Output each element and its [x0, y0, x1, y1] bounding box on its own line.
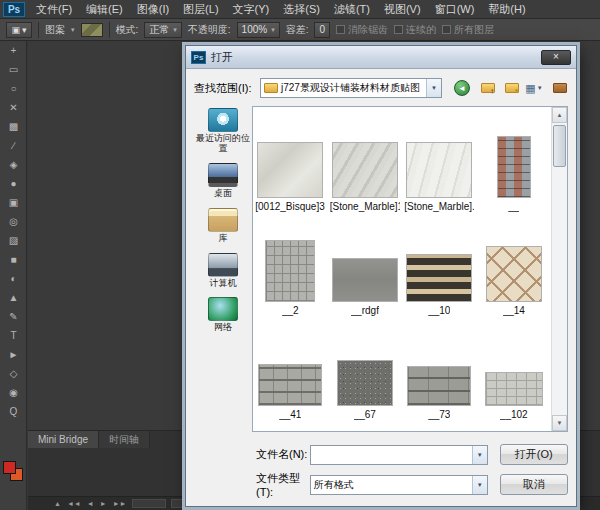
menu-help[interactable]: 帮助(H)	[481, 0, 532, 19]
all-layers-checkbox[interactable]: 所有图层	[442, 23, 494, 37]
opacity-dropdown[interactable]: 100% ▾	[237, 22, 280, 38]
opacity-label: 不透明度:	[188, 23, 231, 37]
tool-preset-picker[interactable]: ▣▾	[6, 22, 32, 38]
look-in-dropdown[interactable]: j727景观设计铺装材料材质贴图 ▼	[260, 78, 442, 98]
file-item[interactable]: __41	[253, 318, 328, 422]
foreground-color-swatch[interactable]	[3, 461, 16, 474]
file-item[interactable]: [Stone_Marble]1	[328, 110, 403, 214]
scroll-up-button[interactable]: ▲	[552, 107, 567, 123]
place-network[interactable]: 网络	[195, 297, 251, 333]
tool-gradient[interactable]: ■	[0, 250, 27, 269]
new-folder-button[interactable]: *	[500, 79, 520, 98]
scroll-down-button[interactable]: ▼	[552, 415, 567, 431]
menu-type[interactable]: 文字(Y)	[226, 0, 277, 19]
contiguous-checkbox[interactable]: 连续的	[394, 23, 436, 37]
tool-shape[interactable]: ◇	[0, 364, 27, 383]
timeline-prev-frame-icon[interactable]: ◄	[87, 500, 94, 507]
file-item[interactable]: __102	[477, 318, 552, 422]
chevron-down-icon: ▾	[271, 26, 275, 34]
menu-layer[interactable]: 图层(L)	[176, 0, 225, 19]
tool-eraser[interactable]: ▨	[0, 231, 27, 250]
chevron-down-icon[interactable]: ▼	[426, 79, 441, 97]
file-name-label: [0012_Bisque]3...	[255, 201, 325, 212]
menu-select[interactable]: 选择(S)	[276, 0, 327, 19]
file-name-label: __14	[503, 305, 525, 316]
scroll-up-icon: ▲	[557, 112, 563, 118]
tool-blur[interactable]: ◐	[0, 269, 27, 288]
pattern-swatch[interactable]	[81, 23, 103, 37]
tool-pen[interactable]: ✎	[0, 307, 27, 326]
mode-value: 正常	[149, 23, 169, 37]
menu-window[interactable]: 窗口(W)	[428, 0, 482, 19]
file-item[interactable]: __14	[477, 214, 552, 318]
file-item[interactable]: [Stone_Marble]...	[402, 110, 477, 214]
file-item[interactable]: [0012_Bisque]3...	[253, 110, 328, 214]
tab-timeline[interactable]: 时间轴	[99, 431, 150, 448]
timeline-option-box[interactable]	[132, 499, 166, 508]
mode-dropdown[interactable]: 正常 ▾	[144, 22, 182, 38]
timeline-go-first-icon[interactable]: ◄◄	[67, 500, 81, 507]
open-button[interactable]: 打开(O)	[500, 444, 568, 465]
file-item[interactable]: __10	[402, 214, 477, 318]
tool-clone-stamp[interactable]: ▣	[0, 193, 27, 212]
file-name-label: __2	[282, 305, 299, 316]
tool-healing-brush[interactable]: ◈	[0, 155, 27, 174]
divider	[109, 22, 110, 38]
scrollbar-thumb[interactable]	[553, 125, 566, 167]
file-item[interactable]: __rdgf	[328, 214, 403, 318]
menu-bar: Ps 文件(F)编辑(E)图像(I)图层(L)文字(Y)选择(S)滤镜(T)视图…	[0, 0, 600, 19]
place-computer[interactable]: 计算机	[195, 253, 251, 289]
place-recent[interactable]: 最近访问的位置	[195, 108, 251, 154]
back-button[interactable]: ◄	[452, 79, 472, 98]
tolerance-field[interactable]: 0	[314, 22, 330, 38]
recent-folders-button[interactable]	[548, 79, 568, 98]
vertical-scrollbar[interactable]: ▲ ▼	[551, 107, 567, 431]
tool-move[interactable]: +	[0, 41, 27, 60]
file-item[interactable]: __2	[253, 214, 328, 318]
path-select-icon: ►	[9, 349, 19, 360]
crop-icon: ▩	[9, 121, 18, 132]
tool-eyedropper[interactable]: ∕	[0, 136, 27, 155]
tool-lasso[interactable]: ○	[0, 79, 27, 98]
tool-zoom[interactable]: Q	[0, 402, 27, 421]
menu-file[interactable]: 文件(F)	[29, 0, 79, 19]
photoshop-icon: Ps	[191, 51, 206, 64]
chevron-down-icon[interactable]: ▼	[472, 446, 487, 464]
place-libraries[interactable]: 库	[195, 208, 251, 244]
back-icon: ◄	[454, 80, 470, 96]
up-one-level-button[interactable]: ↑	[476, 79, 496, 98]
tool-hand[interactable]: ◉	[0, 383, 27, 402]
timeline-next-frame-icon[interactable]: ►►	[113, 500, 127, 507]
tool-type[interactable]: T	[0, 326, 27, 345]
antialias-checkbox[interactable]: 消除锯齿	[336, 23, 388, 37]
eyedropper-icon: ∕	[13, 140, 15, 151]
network-icon	[208, 297, 238, 321]
tool-dodge[interactable]: ▲	[0, 288, 27, 307]
menu-view[interactable]: 视图(V)	[377, 0, 428, 19]
tool-path-select[interactable]: ►	[0, 345, 27, 364]
file-thumbnail	[406, 142, 472, 198]
tool-quick-select[interactable]: ✕	[0, 98, 27, 117]
cancel-button[interactable]: 取消	[500, 474, 568, 495]
tool-brush[interactable]: ●	[0, 174, 27, 193]
tab-mini-bridge[interactable]: Mini Bridge	[28, 431, 99, 448]
view-menu-button[interactable]: ▦ ▼	[524, 79, 544, 98]
file-type-dropdown[interactable]: 所有格式 ▼	[310, 475, 488, 495]
close-button[interactable]: ×	[541, 50, 571, 65]
file-item[interactable]: __67	[328, 318, 403, 422]
timeline-play-icon[interactable]: ►	[100, 500, 107, 507]
file-item[interactable]: __	[477, 110, 552, 214]
menu-image[interactable]: 图像(I)	[130, 0, 176, 19]
tool-crop[interactable]: ▩	[0, 117, 27, 136]
tool-marquee[interactable]: ▭	[0, 60, 27, 79]
place-desktop[interactable]: 桌面	[195, 163, 251, 199]
menu-edit[interactable]: 编辑(E)	[79, 0, 130, 19]
file-item[interactable]: __73	[402, 318, 477, 422]
chevron-down-icon: ▼	[472, 476, 487, 494]
tool-history-brush[interactable]: ◎	[0, 212, 27, 231]
timeline-options-icon[interactable]: ▲	[54, 500, 61, 507]
menu-filter[interactable]: 滤镜(T)	[327, 0, 377, 19]
dialog-titlebar[interactable]: Ps 打开 ×	[186, 46, 576, 69]
file-name-input[interactable]	[311, 447, 472, 463]
options-bar: ▣▾ 图案 ▾ 模式: 正常 ▾ 不透明度: 100% ▾ 容差: 0 消除锯齿…	[0, 19, 600, 41]
